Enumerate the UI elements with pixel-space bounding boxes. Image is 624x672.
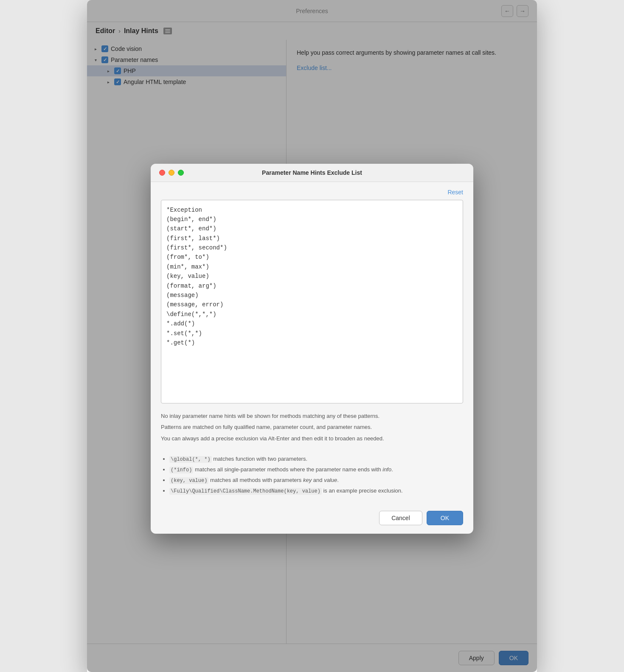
preferences-window: Preferences ← → Editor › Inlay Hints [87, 0, 537, 672]
traffic-light-minimize[interactable] [169, 170, 174, 176]
help-text-main1: No inlay parameter name hints will be sh… [161, 412, 463, 421]
help-bullet-1: \global(*, *) matches function with two … [169, 455, 463, 464]
reset-row: Reset [161, 189, 463, 196]
traffic-light-close[interactable] [159, 170, 165, 176]
reset-link[interactable]: Reset [447, 189, 463, 196]
modal-title: Parameter Name Hints Exclude List [262, 169, 362, 176]
help-bullets: \global(*, *) matches function with two … [161, 455, 463, 496]
modal-overlay: Parameter Name Hints Exclude List Reset … [87, 0, 537, 672]
modal-help-text: No inlay parameter name hints will be sh… [161, 412, 463, 496]
modal-dialog: Parameter Name Hints Exclude List Reset … [151, 164, 473, 534]
help-text-main3: You can always add a precise exclusion v… [161, 434, 463, 443]
traffic-light-maximize[interactable] [178, 170, 184, 176]
help-bullet-3: (key, value) matches all methods with pa… [169, 476, 463, 485]
modal-title-bar: Parameter Name Hints Exclude List [151, 164, 473, 182]
modal-body: Reset *Exception (begin*, end*) (start*,… [151, 182, 473, 504]
modal-footer: Cancel OK [151, 504, 473, 534]
cancel-button[interactable]: Cancel [379, 511, 422, 525]
help-text-main2: Patterns are matched on fully qualified … [161, 423, 463, 432]
help-bullet-4: \Fully\Qualified\ClassName.MethodName(ke… [169, 487, 463, 496]
help-bullet-2: (*info) matches all single-parameter met… [169, 465, 463, 474]
exclude-textarea[interactable]: *Exception (begin*, end*) (start*, end*)… [161, 200, 463, 403]
traffic-lights [159, 170, 184, 176]
modal-ok-button[interactable]: OK [427, 511, 463, 525]
